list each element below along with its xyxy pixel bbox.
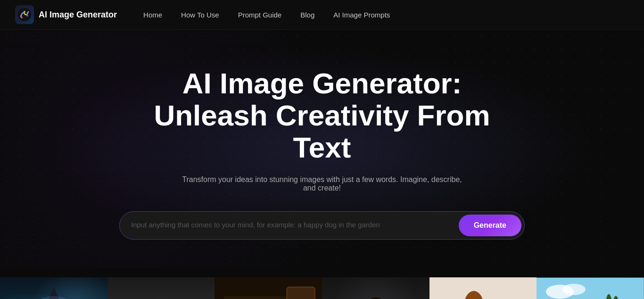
svg-point-2 [24,11,25,13]
svg-rect-42 [429,277,537,299]
gallery-item-4 [322,277,429,299]
gallery-item-6 [537,277,644,299]
brand-logo [15,5,34,24]
nav-link-ai-image-prompts[interactable]: AI Image Prompts [326,7,397,23]
gallery-item-5 [429,277,537,299]
search-container: Generate [119,211,525,240]
hero-title: AI Image Generator: Unleash Creativity F… [138,67,506,164]
gallery-item-2: Fanta [107,277,215,299]
svg-point-56 [562,283,586,295]
svg-point-1 [21,17,23,18]
image-gallery: Fanta [0,277,644,299]
generate-button[interactable]: Generate [459,215,521,236]
svg-point-3 [26,15,28,17]
prompt-input[interactable] [131,220,459,231]
nav-links: Home How To Use Prompt Guide Blog AI Ima… [136,7,397,23]
nav-link-how-to-use[interactable]: How To Use [173,7,227,23]
brand-name: AI Image Generator [39,10,117,20]
brand: AI Image Generator [15,5,117,24]
nav-link-home[interactable]: Home [136,7,170,23]
gallery-item-3 [215,277,322,299]
gallery-item-1 [0,277,107,299]
hero-subtitle: Transform your ideas into stunning image… [181,175,463,192]
nav-link-blog[interactable]: Blog [293,7,322,23]
navbar: AI Image Generator Home How To Use Promp… [0,0,644,30]
nav-link-prompt-guide[interactable]: Prompt Guide [231,7,289,23]
svg-rect-29 [287,287,315,299]
hero-section: AI Image Generator: Unleash Creativity F… [0,30,644,268]
